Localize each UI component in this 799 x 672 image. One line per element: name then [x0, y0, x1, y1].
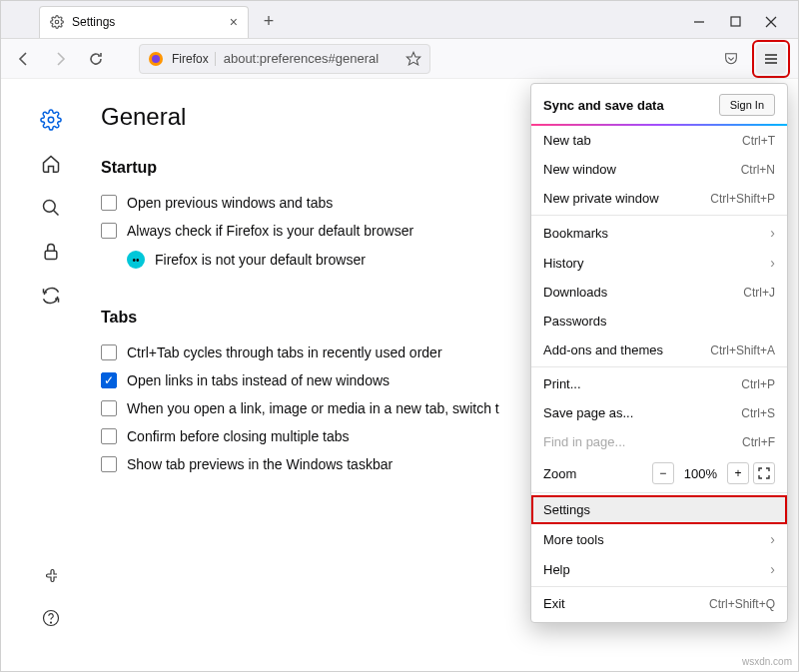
chevron-right-icon: › — [770, 225, 775, 241]
url-text: about:preferences#general — [224, 51, 379, 66]
app-menu-button[interactable] — [756, 44, 786, 74]
open-previous-label: Open previous windows and tabs — [127, 195, 333, 211]
confirm-label: Confirm before closing multiple tabs — [127, 428, 350, 444]
checkbox-confirm[interactable] — [101, 428, 117, 444]
zoom-in-button[interactable]: + — [727, 462, 749, 484]
forward-button[interactable] — [45, 44, 75, 74]
menu-addons[interactable]: Add-ons and themesCtrl+Shift+A — [531, 336, 787, 364]
menu-zoom: Zoom − 100% + — [531, 456, 787, 490]
checkbox-always-check[interactable] — [101, 223, 117, 239]
hamburger-highlight — [752, 40, 790, 78]
preferences-sidebar — [1, 79, 101, 671]
extensions-icon[interactable] — [40, 563, 62, 585]
tab-title: Settings — [72, 15, 115, 29]
reload-button[interactable] — [81, 44, 111, 74]
svg-point-16 — [50, 622, 51, 623]
menu-settings[interactable]: Settings — [531, 495, 787, 524]
ctrl-tab-label: Ctrl+Tab cycles through tabs in recently… — [127, 344, 442, 360]
checkbox-open-previous[interactable] — [101, 195, 117, 211]
menu-history[interactable]: History› — [531, 248, 787, 278]
menu-downloads[interactable]: DownloadsCtrl+J — [531, 278, 787, 307]
home-category-icon[interactable] — [40, 153, 62, 175]
menu-exit[interactable]: ExitCtrl+Shift+Q — [531, 589, 787, 618]
identity-label: Firefox — [172, 52, 216, 66]
menu-new-tab[interactable]: New tabCtrl+T — [531, 126, 787, 155]
menu-help[interactable]: Help› — [531, 554, 787, 584]
chevron-right-icon: › — [770, 531, 775, 547]
close-icon[interactable]: × — [230, 14, 238, 30]
search-category-icon[interactable] — [40, 197, 62, 219]
privacy-category-icon[interactable] — [40, 241, 62, 263]
svg-rect-2 — [731, 17, 740, 26]
svg-line-13 — [54, 211, 59, 216]
svg-marker-7 — [406, 52, 419, 65]
back-button[interactable] — [9, 44, 39, 74]
window-controls — [682, 8, 792, 36]
menu-save-as[interactable]: Save page as...Ctrl+S — [531, 398, 787, 427]
help-icon[interactable] — [40, 607, 62, 629]
menu-passwords[interactable]: Passwords — [531, 307, 787, 336]
new-tab-button[interactable]: + — [255, 8, 283, 36]
checkbox-ctrl-tab[interactable] — [101, 344, 117, 360]
app-menu-panel: Sync and save data Sign In New tabCtrl+T… — [530, 83, 788, 623]
checkbox-previews[interactable] — [101, 456, 117, 472]
maximize-button[interactable] — [718, 8, 752, 36]
close-window-button[interactable] — [754, 8, 788, 36]
general-category-icon[interactable] — [40, 109, 62, 131]
chevron-right-icon: › — [770, 255, 775, 271]
menu-new-window[interactable]: New windowCtrl+N — [531, 155, 787, 184]
sync-title: Sync and save data — [543, 98, 664, 113]
menu-find[interactable]: Find in page...Ctrl+F — [531, 427, 787, 456]
zoom-out-button[interactable]: − — [652, 462, 674, 484]
menu-print[interactable]: Print...Ctrl+P — [531, 369, 787, 398]
panel-sync-header: Sync and save data Sign In — [531, 84, 787, 126]
minimize-button[interactable] — [682, 8, 716, 36]
navigation-toolbar: Firefox about:preferences#general — [1, 39, 798, 79]
zoom-label: Zoom — [543, 466, 576, 481]
sync-category-icon[interactable] — [40, 285, 62, 307]
zoom-value: 100% — [678, 466, 723, 481]
sign-in-button[interactable]: Sign In — [719, 94, 775, 116]
menu-bookmarks[interactable]: Bookmarks› — [531, 218, 787, 248]
bookmark-star-icon[interactable] — [405, 51, 421, 67]
svg-point-6 — [152, 55, 160, 63]
tab-strip: Settings × + — [1, 1, 798, 39]
svg-point-0 — [55, 20, 59, 24]
svg-point-12 — [44, 201, 56, 213]
pocket-button[interactable] — [716, 44, 746, 74]
svg-rect-14 — [45, 251, 57, 259]
menu-new-private[interactable]: New private windowCtrl+Shift+P — [531, 184, 787, 213]
chevron-right-icon: › — [770, 561, 775, 577]
menu-more-tools[interactable]: More tools› — [531, 524, 787, 554]
when-open-label: When you open a link, image or media in … — [127, 400, 499, 416]
browser-window: Settings × + Firefox about:preferences#g… — [0, 0, 799, 672]
checkbox-open-links[interactable]: ✓ — [101, 372, 117, 388]
svg-point-11 — [48, 117, 54, 123]
sad-face-icon: •• — [127, 251, 145, 269]
open-links-label: Open links in tabs instead of new window… — [127, 372, 390, 388]
not-default-label: Firefox is not your default browser — [155, 252, 366, 268]
gear-icon — [50, 15, 64, 29]
previews-label: Show tab previews in the Windows taskbar — [127, 456, 393, 472]
always-check-label: Always check if Firefox is your default … — [127, 223, 413, 239]
watermark: wsxdn.com — [742, 656, 792, 667]
tab-settings[interactable]: Settings × — [39, 6, 249, 38]
fullscreen-button[interactable] — [753, 462, 775, 484]
url-bar[interactable]: Firefox about:preferences#general — [139, 44, 430, 74]
firefox-logo-icon — [148, 51, 164, 67]
checkbox-when-open[interactable] — [101, 400, 117, 416]
